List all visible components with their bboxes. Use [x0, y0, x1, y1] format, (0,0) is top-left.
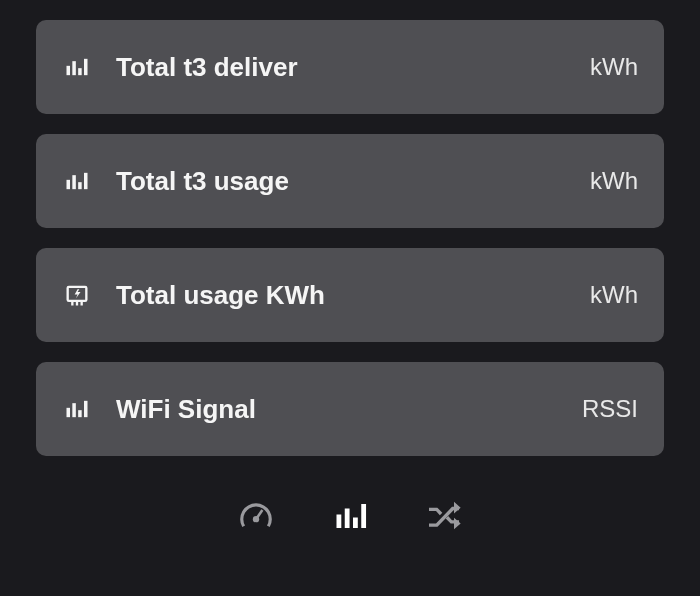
bottom-nav [36, 494, 664, 538]
svg-rect-9 [76, 302, 78, 306]
sensor-unit: RSSI [582, 395, 638, 423]
sensor-label: Total t3 usage [116, 166, 590, 197]
chart-bars-icon [62, 52, 92, 82]
svg-rect-20 [361, 504, 366, 528]
svg-rect-0 [67, 66, 71, 75]
sensor-card-total-usage[interactable]: Total usage KWh kWh [36, 248, 664, 342]
svg-rect-18 [345, 509, 350, 529]
svg-rect-11 [67, 408, 71, 417]
svg-rect-1 [72, 61, 76, 75]
svg-rect-16 [255, 509, 263, 520]
gauge-icon[interactable] [234, 494, 278, 538]
sensor-card-t3-deliver[interactable]: Total t3 deliver kWh [36, 20, 664, 114]
svg-rect-14 [84, 401, 88, 417]
sensor-card-t3-usage[interactable]: Total t3 usage kWh [36, 134, 664, 228]
svg-rect-19 [353, 518, 358, 529]
svg-rect-5 [72, 175, 76, 189]
sensor-list: Total t3 deliver kWh Total t3 usage kWh … [36, 20, 664, 456]
svg-rect-13 [78, 410, 82, 417]
svg-rect-7 [84, 173, 88, 189]
svg-rect-2 [78, 68, 82, 75]
chart-bars-icon [62, 166, 92, 196]
svg-rect-17 [337, 515, 342, 529]
sensor-unit: kWh [590, 281, 638, 309]
shuffle-icon[interactable] [422, 494, 466, 538]
sensor-label: Total t3 deliver [116, 52, 590, 83]
sensor-unit: kWh [590, 53, 638, 81]
sensor-label: Total usage KWh [116, 280, 590, 311]
svg-rect-3 [84, 59, 88, 75]
svg-rect-12 [72, 403, 76, 417]
svg-rect-6 [78, 182, 82, 189]
svg-rect-4 [67, 180, 71, 189]
svg-rect-10 [81, 302, 83, 306]
chart-bars-icon [62, 394, 92, 424]
sensor-card-wifi-signal[interactable]: WiFi Signal RSSI [36, 362, 664, 456]
sensor-unit: kWh [590, 167, 638, 195]
sensor-label: WiFi Signal [116, 394, 582, 425]
chart-bars-icon[interactable] [328, 494, 372, 538]
svg-rect-8 [71, 302, 73, 306]
energy-meter-icon [62, 280, 92, 310]
